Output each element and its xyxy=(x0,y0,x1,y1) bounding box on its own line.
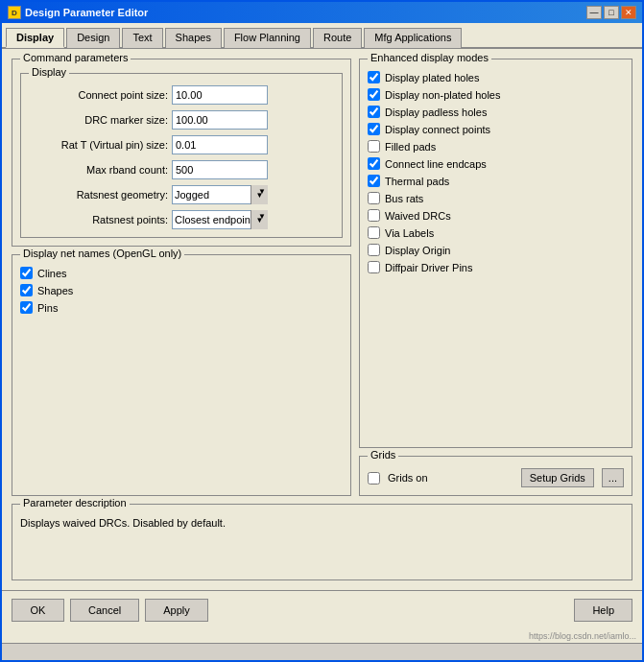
ratsnest-points-dropdown-icon: ▼ xyxy=(250,210,268,229)
display-padless-holes-checkbox[interactable] xyxy=(368,106,380,118)
cancel-button[interactable]: Cancel xyxy=(70,599,139,622)
waived-drcs-checkbox[interactable] xyxy=(368,209,380,222)
maximize-button[interactable]: □ xyxy=(604,6,619,19)
drc-marker-size-row: DRC marker size: xyxy=(29,110,334,130)
rat-t-size-label: Rat T (Virtual pin) size: xyxy=(29,139,168,151)
window-title: Design Parameter Editor xyxy=(25,7,148,18)
filled-pads-row: Filled pads xyxy=(368,140,624,153)
thermal-pads-label: Thermal pads xyxy=(385,176,449,187)
max-rband-input[interactable] xyxy=(172,160,268,179)
apply-button[interactable]: Apply xyxy=(145,599,208,622)
connect-line-endcaps-row: Connect line endcaps xyxy=(368,157,624,170)
display-subgroup: Display Connect point size: DRC marker s… xyxy=(20,73,343,238)
display-plated-holes-row: Display plated holes xyxy=(368,71,624,83)
display-padless-holes-row: Display padless holes xyxy=(368,106,624,118)
param-desc-text: Displays waived DRCs. Disabled by defaul… xyxy=(20,516,624,531)
display-connect-points-label: Display connect points xyxy=(385,124,490,135)
main-row: Command parameters Display Connect point… xyxy=(12,59,632,496)
connect-point-size-input[interactable] xyxy=(172,85,268,105)
tab-shapes[interactable]: Shapes xyxy=(165,28,222,48)
tab-route[interactable]: Route xyxy=(313,28,362,48)
display-padless-holes-label: Display padless holes xyxy=(385,106,487,118)
pins-row: Pins xyxy=(20,301,343,314)
waived-drcs-row: Waived DRCs xyxy=(368,209,624,222)
thermal-pads-checkbox[interactable] xyxy=(368,175,380,187)
tab-flow-planning[interactable]: Flow Planning xyxy=(224,28,311,48)
connect-point-size-label: Connect point size: xyxy=(29,89,168,101)
rat-t-size-input[interactable] xyxy=(172,135,268,154)
filled-pads-checkbox[interactable] xyxy=(368,140,380,153)
display-plated-holes-label: Display plated holes xyxy=(385,72,479,83)
tab-display[interactable]: Display xyxy=(6,28,64,48)
ratsnest-points-wrapper: Closest endpoint Center ▼ xyxy=(172,210,268,229)
display-group-title: Display xyxy=(29,66,69,78)
drc-marker-size-label: DRC marker size: xyxy=(29,114,168,126)
max-rband-row: Max rband count: xyxy=(29,160,334,179)
grids-on-label: Grids on xyxy=(388,472,428,484)
filled-pads-label: Filled pads xyxy=(385,141,436,153)
max-rband-label: Max rband count: xyxy=(29,164,168,176)
minimize-button[interactable]: — xyxy=(586,6,602,19)
enhanced-checkboxes: Display plated holes Display non-plated … xyxy=(368,71,624,273)
drc-marker-size-input[interactable] xyxy=(172,110,268,130)
tab-mfg-applications[interactable]: Mfg Applications xyxy=(364,28,462,48)
display-origin-checkbox[interactable] xyxy=(368,244,380,256)
display-non-plated-holes-checkbox[interactable] xyxy=(368,88,380,101)
clines-label: Clines xyxy=(37,268,67,279)
grids-row: Grids on Setup Grids ... xyxy=(368,468,624,487)
param-desc-title: Parameter description xyxy=(20,497,130,508)
pins-label: Pins xyxy=(37,302,58,314)
ratsnest-points-row: Ratsnest points: Closest endpoint Center… xyxy=(29,210,334,229)
help-button[interactable]: Help xyxy=(574,599,632,622)
connect-line-endcaps-checkbox[interactable] xyxy=(368,157,380,170)
display-origin-row: Display Origin xyxy=(368,244,624,256)
display-connect-points-checkbox[interactable] xyxy=(368,123,380,135)
title-buttons: — □ ✕ xyxy=(586,6,636,19)
tab-text[interactable]: Text xyxy=(122,28,162,48)
shapes-row: Shapes xyxy=(20,284,343,296)
shapes-label: Shapes xyxy=(37,285,73,296)
app-icon: D xyxy=(8,6,21,19)
pins-checkbox[interactable] xyxy=(20,301,33,314)
display-plated-holes-checkbox[interactable] xyxy=(368,71,380,83)
watermark: https://blog.csdn.net/iamlo... xyxy=(2,629,642,643)
enhanced-display-group: Enhanced display modes Display plated ho… xyxy=(359,59,632,448)
close-button[interactable]: ✕ xyxy=(621,6,636,19)
display-non-plated-holes-label: Display non-plated holes xyxy=(385,89,500,101)
display-net-names-group: Display net names (OpenGL only) Clines S… xyxy=(12,254,351,496)
right-col: Enhanced display modes Display plated ho… xyxy=(359,59,632,496)
left-col: Command parameters Display Connect point… xyxy=(12,59,351,496)
command-params-title: Command parameters xyxy=(20,52,131,63)
display-fields: Connect point size: DRC marker size: Rat… xyxy=(29,85,334,229)
display-net-names-title: Display net names (OpenGL only) xyxy=(20,248,184,259)
rat-t-size-row: Rat T (Virtual pin) size: xyxy=(29,135,334,154)
ok-button[interactable]: OK xyxy=(12,599,64,622)
clines-checkbox[interactable] xyxy=(20,267,33,279)
bus-rats-label: Bus rats xyxy=(385,193,423,204)
grids-on-checkbox[interactable] xyxy=(368,472,380,485)
title-bar-left: D Design Parameter Editor xyxy=(8,6,148,19)
thermal-pads-row: Thermal pads xyxy=(368,175,624,187)
connect-line-endcaps-label: Connect line endcaps xyxy=(385,158,487,170)
main-window: D Design Parameter Editor — □ ✕ Display … xyxy=(0,0,644,662)
diffpair-driver-pins-row: Diffpair Driver Pins xyxy=(368,261,624,273)
via-labels-label: Via Labels xyxy=(385,227,434,239)
grids-title: Grids xyxy=(368,449,398,461)
via-labels-checkbox[interactable] xyxy=(368,226,380,239)
setup-grids-button[interactable]: Setup Grids xyxy=(521,468,594,487)
ratsnest-geometry-dropdown-icon: ▼ xyxy=(250,185,268,204)
shapes-checkbox[interactable] xyxy=(20,284,33,296)
ratsnest-geometry-wrapper: Jogged Straight ▼ xyxy=(172,185,268,204)
ratsnest-points-label: Ratsnest points: xyxy=(29,214,168,225)
bus-rats-checkbox[interactable] xyxy=(368,192,380,204)
title-bar: D Design Parameter Editor — □ ✕ xyxy=(2,2,642,23)
tab-design[interactable]: Design xyxy=(66,28,120,48)
display-non-plated-holes-row: Display non-plated holes xyxy=(368,88,624,101)
clines-row: Clines xyxy=(20,267,343,279)
command-params-group: Command parameters Display Connect point… xyxy=(12,59,351,247)
diffpair-driver-pins-checkbox[interactable] xyxy=(368,261,380,273)
ratsnest-geometry-label: Ratsnest geometry: xyxy=(29,189,168,201)
bottom-left-buttons: OK Cancel Apply xyxy=(12,599,208,622)
grids-ellipsis-button[interactable]: ... xyxy=(602,468,624,487)
diffpair-driver-pins-label: Diffpair Driver Pins xyxy=(385,262,473,273)
